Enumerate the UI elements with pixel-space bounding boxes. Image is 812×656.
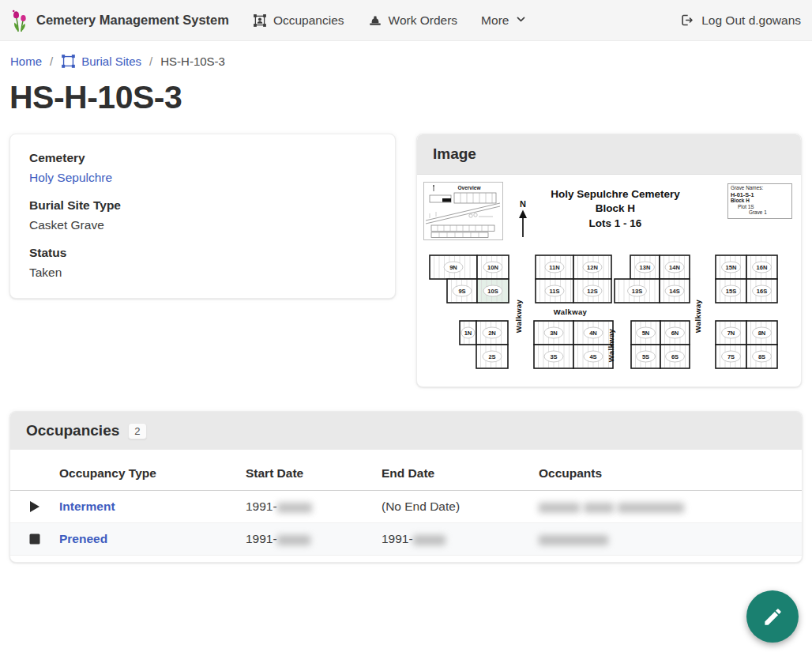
svg-text:8N: 8N xyxy=(758,330,766,337)
plot-cell-3S: 3S xyxy=(534,345,573,368)
plot-cell-8S: 8S xyxy=(746,345,777,368)
svg-text:13N: 13N xyxy=(640,264,651,271)
top-navbar: Cemetery Management System Occupancies xyxy=(0,0,812,41)
svg-text:Plot 1S: Plot 1S xyxy=(738,204,754,209)
svg-text:5N: 5N xyxy=(642,330,650,337)
redacted-text xyxy=(277,535,310,545)
plot-cell-14S: 14S xyxy=(660,279,690,303)
plot-cell-8N: 8N xyxy=(746,321,777,345)
occupancies-icon xyxy=(253,13,267,28)
occupancy-row: Preneed1991-1991- xyxy=(10,523,802,556)
svg-text:3N: 3N xyxy=(550,330,558,337)
svg-text:6N: 6N xyxy=(671,330,679,337)
plot-cell-6S: 6S xyxy=(660,345,690,368)
svg-text:4N: 4N xyxy=(589,330,597,337)
plot-cell-13N: 13N xyxy=(630,255,660,279)
plot-cell-16N: 16N xyxy=(746,255,777,279)
plot-cell-10N: 10N xyxy=(477,255,509,279)
walkway-label: Walkway xyxy=(607,328,615,362)
redacted-text xyxy=(584,503,614,513)
occupancies-count-badge: 2 xyxy=(128,423,146,439)
breadcrumb-current: HS-H-10S-3 xyxy=(160,55,225,68)
svg-text:Block H: Block H xyxy=(596,202,635,214)
nav-label: Occupancies xyxy=(273,13,344,28)
plot-cell-7N: 7N xyxy=(716,321,746,345)
burial-sites-icon xyxy=(61,54,76,69)
plot-cell-2S: 2S xyxy=(476,345,508,368)
plot-cell-2N: 2N xyxy=(476,321,508,345)
nav-item-work-orders[interactable]: Work Orders xyxy=(368,13,458,28)
svg-text:15S: 15S xyxy=(726,288,736,295)
plot-cell-13S: 13S xyxy=(615,279,660,303)
end-date: (No End Date) xyxy=(382,500,460,513)
svg-text:10S: 10S xyxy=(487,288,498,295)
svg-text:7N: 7N xyxy=(727,330,735,337)
occupancy-type-link[interactable]: Interment xyxy=(59,500,115,513)
svg-text:1N: 1N xyxy=(464,330,472,337)
plot-map-image[interactable]: Overview xyxy=(417,175,801,386)
stop-icon xyxy=(29,533,40,545)
svg-text:4S: 4S xyxy=(589,353,596,360)
breadcrumb-label: Home xyxy=(10,55,42,68)
burial-site-details-card: Cemetery Holy Sepulchre Burial Site Type… xyxy=(9,134,396,299)
breadcrumb-burial-sites-link[interactable]: Burial Sites xyxy=(61,54,141,69)
walkway-label: Walkway xyxy=(514,299,523,333)
image-card-header: Image xyxy=(417,134,801,175)
plot-cell-11S: 11S xyxy=(536,279,573,303)
svg-text:3S: 3S xyxy=(550,353,557,360)
svg-text:2N: 2N xyxy=(488,330,496,337)
svg-text:2S: 2S xyxy=(488,353,495,360)
plot-cell-3N: 3N xyxy=(534,321,573,345)
plot-cell-12S: 12S xyxy=(573,279,611,303)
field-value-burial-site-type: Casket Grave xyxy=(29,218,376,232)
north-label: N xyxy=(520,199,526,209)
occupancy-row: Interment1991-(No End Date) xyxy=(10,491,802,523)
breadcrumb-home-link[interactable]: Home xyxy=(10,55,42,68)
flower-logo-icon xyxy=(11,9,28,32)
breadcrumb-label: Burial Sites xyxy=(81,55,141,68)
app-brand[interactable]: Cemetery Management System xyxy=(11,9,229,32)
logout-icon xyxy=(679,13,694,28)
app-title: Cemetery Management System xyxy=(36,13,229,28)
svg-text:15N: 15N xyxy=(726,264,737,271)
edit-button[interactable] xyxy=(746,590,799,643)
svg-text:12N: 12N xyxy=(587,264,598,271)
field-label-status: Status xyxy=(29,246,376,260)
column-occupancy-type: Occupancy Type xyxy=(59,457,246,491)
svg-text:Holy Sepulchre Cemetery: Holy Sepulchre Cemetery xyxy=(551,188,680,200)
svg-text:14N: 14N xyxy=(669,264,680,271)
logout-button[interactable]: Log Out d.gowans xyxy=(679,13,801,28)
main-nav: Occupancies Work Orders More xyxy=(253,13,530,28)
redacted-text xyxy=(539,535,608,545)
svg-text:Grave Names:: Grave Names: xyxy=(731,185,763,190)
nav-item-occupancies[interactable]: Occupancies xyxy=(253,13,344,28)
pencil-icon xyxy=(762,606,784,628)
svg-text:5S: 5S xyxy=(642,353,649,360)
svg-text:9N: 9N xyxy=(449,264,457,271)
svg-text:12S: 12S xyxy=(587,288,597,295)
occupancy-type-link[interactable]: Preneed xyxy=(59,532,107,545)
column-status-icon xyxy=(10,457,59,491)
redacted-text xyxy=(618,503,684,513)
svg-text:16N: 16N xyxy=(757,264,768,271)
plot-cell-6N: 6N xyxy=(660,321,690,345)
svg-text:7S: 7S xyxy=(727,353,735,360)
column-occupants: Occupants xyxy=(539,457,802,491)
column-end-date: End Date xyxy=(382,457,539,491)
breadcrumb: Home / Burial Sites / HS-H-10S-3 xyxy=(0,41,812,69)
svg-text:9S: 9S xyxy=(458,288,465,295)
occupancies-title: Occupancies xyxy=(26,422,119,439)
start-date: 1991- xyxy=(246,532,277,545)
plot-cell-15S: 15S xyxy=(716,279,746,303)
end-date: 1991- xyxy=(382,532,413,545)
walkway-label: Walkway xyxy=(694,299,702,333)
svg-text:6S: 6S xyxy=(671,353,679,360)
nav-item-more[interactable]: More xyxy=(481,13,529,28)
redacted-text xyxy=(539,503,580,513)
play-icon xyxy=(29,500,40,513)
grave-names-legend: Grave Names: H-01-S-1 Block H Plot 1S Gr… xyxy=(728,184,792,219)
cemetery-link[interactable]: Holy Sepulchre xyxy=(29,171,112,184)
overview-thumbnail: Overview xyxy=(424,183,503,240)
occupancies-card-header: Occupancies 2 xyxy=(10,412,802,450)
svg-text:Lots 1 - 16: Lots 1 - 16 xyxy=(589,217,642,229)
